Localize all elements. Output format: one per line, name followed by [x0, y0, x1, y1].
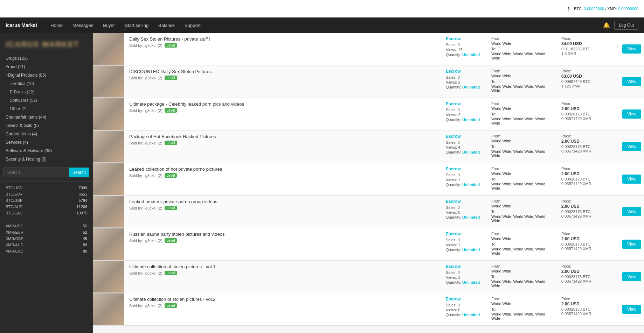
price-xmr: 0.03571429 XMR	[561, 149, 615, 153]
nav-start-selling[interactable]: Start selling	[120, 19, 153, 32]
rate-btcaud: BTC/AUD 11266	[0, 204, 93, 210]
listing-title[interactable]: Russian sauna party stolen pictures and …	[129, 232, 436, 237]
from-label: From:	[491, 199, 552, 203]
listing-title[interactable]: Leaked amateur private porno group video…	[129, 199, 436, 204]
listing-action: View	[619, 261, 644, 293]
logout-button[interactable]: Log Out	[614, 21, 638, 30]
sidebar: ICARUS MARKET Drugs (123) Fraud (21) ○Di…	[0, 33, 93, 333]
listings-content: Daily Sex Stolen Pictures - private stuf…	[93, 33, 644, 333]
sidebar-item-digital[interactable]: ○Digital Products (86)	[0, 71, 93, 79]
quantity: Quantity: Unlimited	[446, 118, 482, 122]
to-value: World Wide, World Wide, World Wide	[491, 214, 552, 223]
sidebar-item-erotica[interactable]: ○Erotica (10)	[0, 79, 93, 88]
quantity: Quantity: Unlimited	[446, 313, 482, 317]
sales-count: Sales: 0	[446, 43, 482, 47]
nav-balance[interactable]: Balance	[153, 19, 180, 32]
listing-thumbnail	[93, 130, 124, 163]
listing-title[interactable]: Ultimate package - Celebrity leaked porn…	[129, 101, 436, 107]
seller-name[interactable]: g3cko	[145, 43, 155, 48]
sidebar-item-fraud[interactable]: Fraud (21)	[0, 63, 93, 71]
nav-home[interactable]: Home	[46, 19, 68, 32]
sidebar-item-counterfeit[interactable]: Counterfeit Items (44)	[0, 113, 93, 121]
escrow-label: Escrow	[446, 134, 482, 139]
view-button[interactable]: View	[622, 77, 641, 86]
sidebar-item-security-hosting[interactable]: Security & Hosting (6)	[0, 155, 93, 163]
rate-value: 7099	[79, 186, 87, 190]
to-value: World Wide, World Wide, World Wide	[491, 182, 552, 190]
listing-info: Leaked amateur private porno group video…	[124, 196, 441, 228]
list-item: Ultimate collection of stolen pictures -…	[93, 261, 644, 293]
list-item: Package of Hot Facebook Hacked Pictures …	[93, 130, 644, 163]
bell-icon[interactable]: 🔔	[603, 22, 610, 29]
to-value: World Wide, World Wide, World Wide	[491, 312, 552, 320]
views-count: Views: 1	[446, 178, 482, 182]
sidebar-item-drugs[interactable]: Drugs (123)	[0, 54, 93, 63]
rate-btcusd: BTC/USD 7099	[0, 185, 93, 191]
seller-name[interactable]: g3cko	[145, 239, 155, 243]
view-button[interactable]: View	[622, 207, 641, 216]
seller-name[interactable]: g3cko	[145, 304, 155, 308]
rate-pair: BTC/USD	[6, 186, 22, 190]
sold-by-label: Sold by:	[129, 141, 143, 145]
quantity: Quantity: Unlimited	[446, 52, 482, 57]
sold-by-label: Sold by:	[129, 43, 143, 48]
sidebar-item-other[interactable]: Other (2)	[0, 105, 93, 113]
seller-name[interactable]: g3cko	[145, 173, 155, 178]
to-label: To:	[491, 177, 552, 181]
price-usd: 2.00 USD	[561, 269, 615, 274]
nav-support[interactable]: Support	[180, 19, 206, 32]
seller-name[interactable]: g3cko	[145, 76, 155, 80]
listing-seller: Sold by: g3cko (2) Level	[129, 206, 436, 210]
listing-title[interactable]: DISCOUNTED Daily Sex Stolen Pictures	[129, 69, 436, 74]
view-button[interactable]: View	[622, 240, 641, 249]
sold-by-label: Sold by:	[129, 108, 143, 113]
view-button[interactable]: View	[622, 142, 641, 151]
nav-messages[interactable]: Messages	[68, 19, 98, 32]
price-label: Price:	[561, 69, 615, 73]
views-count: Views: 4	[446, 145, 482, 149]
price-usd: 84.00 USD	[561, 41, 615, 46]
listing-title[interactable]: Daily Sex Stolen Pictures - private stuf…	[129, 36, 436, 42]
seller-name[interactable]: g3cko	[145, 108, 155, 113]
seller-name[interactable]: g3cko	[145, 141, 155, 145]
seller-name[interactable]: g3cko	[145, 271, 155, 275]
listing-title[interactable]: Leaked collection of hot private porno p…	[129, 166, 436, 172]
to-label: To:	[491, 275, 552, 279]
search-button[interactable]: Search	[69, 168, 89, 177]
listing-thumbnail	[93, 293, 124, 325]
sidebar-item-ebooks[interactable]: E-Books (22)	[0, 88, 93, 96]
rate-value: 6551	[79, 192, 87, 196]
listing-escrow: Escrow Sales: 0 Views: 1 Quantity: Unlim…	[441, 163, 486, 195]
listing-thumbnail	[93, 228, 124, 260]
sales-count: Sales: 0	[446, 205, 482, 210]
view-button[interactable]: View	[622, 44, 641, 54]
listing-info: Ultimate collection of stolen pictures -…	[124, 261, 441, 293]
price-btc: 0.00887449 BTC	[561, 79, 615, 84]
listing-escrow: Escrow Sales: 0 Views: 1 Quantity: Unlim…	[441, 261, 486, 293]
listing-thumbnail	[93, 65, 124, 98]
listing-action: View	[619, 98, 644, 130]
view-button[interactable]: View	[622, 175, 641, 184]
seller-rating: (2)	[158, 206, 162, 210]
view-button[interactable]: View	[622, 109, 641, 119]
sidebar-item-softwares[interactable]: Softwares (52)	[0, 96, 93, 105]
search-input[interactable]	[4, 168, 69, 177]
rate-pair: BTC/CAD	[6, 211, 22, 215]
listing-title[interactable]: Ultimate collection of stolen pictures -…	[129, 264, 436, 269]
listing-title[interactable]: Package of Hot Facebook Hacked Pictures	[129, 134, 436, 139]
nav-buyer[interactable]: Buyer	[98, 19, 120, 32]
brand-label: Icarus Market	[6, 18, 43, 32]
price-btc: 0.01183265 BTC	[561, 47, 615, 51]
to-value: World Wide, World Wide, World Wide	[491, 84, 552, 93]
sidebar-item-software-malware[interactable]: Software & Malware (38)	[0, 147, 93, 155]
sidebar-item-carded[interactable]: Carded Items (4)	[0, 130, 93, 138]
view-button[interactable]: View	[622, 272, 641, 281]
listing-price: Price: 2.00 USD 0.00028173 BTC 0.0357142…	[556, 130, 619, 163]
view-button[interactable]: View	[622, 305, 641, 314]
listing-title[interactable]: Ultimate collection of stolen pictures -…	[129, 297, 436, 302]
escrow-label: Escrow	[446, 166, 482, 171]
sidebar-item-jewels[interactable]: Jewels & Gold (0)	[0, 121, 93, 130]
seller-name[interactable]: g3cko	[145, 206, 155, 210]
sidebar-item-services[interactable]: Services (4)	[0, 138, 93, 147]
listing-action: View	[619, 228, 644, 260]
